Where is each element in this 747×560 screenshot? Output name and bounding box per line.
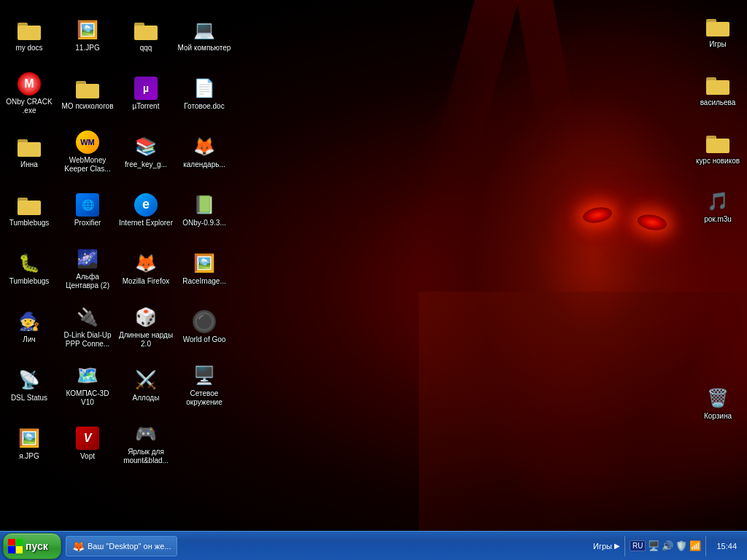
- icon-image-raceimage: 🖼️: [193, 252, 216, 275]
- desktop-icon-proxifier[interactable]: 🌐Proxifier: [58, 181, 117, 239]
- desktop: my docs🖼️11.JPG qqq💻Мой компьютерMONby C…: [0, 0, 747, 531]
- icon-label-my-computer: Мой компьютер: [178, 44, 231, 52]
- taskbar-item-label: Ваш "Desktop" он же...: [88, 542, 171, 551]
- icon-label-inna: Инна: [20, 160, 38, 169]
- icon-label-onby-crack: ONby CRACK .exe: [1, 98, 57, 115]
- icon-image-free-key: 📚: [134, 135, 158, 158]
- icon-image-proxifier: 🌐: [76, 193, 99, 217]
- icon-image-allody: ⚔️: [134, 368, 158, 392]
- icon-label-utorrent: µTorrent: [133, 102, 160, 111]
- icon-label-ya-jpg: я.JPG: [19, 452, 39, 461]
- tray-security-icon: 🛡️: [676, 540, 687, 551]
- icon-image-world-of-goo: ⚫: [193, 310, 216, 333]
- icon-image-kompas: 🗺️: [76, 364, 99, 387]
- icon-image-gotovoe-doc: 📄: [193, 77, 216, 100]
- icon-image-qqq: [134, 18, 158, 42]
- icon-image-igry: [706, 15, 729, 38]
- tray-connection-icon: 📶: [689, 540, 701, 551]
- icon-image-utorrent: µ: [134, 77, 158, 100]
- desktop-icon-tumblebugs2[interactable]: 🐛Tumblebugs: [0, 239, 58, 298]
- desktop-icon-network[interactable]: 🖥️Сетевое окружение: [175, 356, 233, 414]
- tray-volume-icon: 🔊: [662, 540, 673, 551]
- desktop-icon-11-jpg[interactable]: 🖼️11.JPG: [58, 6, 117, 64]
- icon-label-qqq: qqq: [140, 44, 152, 52]
- desktop-icon-korzina[interactable]: 🗑️Корзина: [689, 378, 747, 429]
- icon-image-dsl-status: 📡: [18, 368, 41, 392]
- icon-label-pok-m3u: рок.m3u: [704, 215, 732, 224]
- desktop-icon-kurs[interactable]: курс новиков: [689, 122, 747, 174]
- desktop-icon-gotovoe-doc[interactable]: 📄Готовое.doc: [175, 64, 233, 122]
- icon-image-alfa: 🌌: [76, 247, 99, 271]
- desktop-icon-world-of-goo[interactable]: ⚫World of Goo: [175, 298, 233, 356]
- desktop-icon-ie[interactable]: eInternet Explorer: [117, 181, 175, 239]
- icon-image-11-jpg: 🖼️: [76, 18, 99, 42]
- icon-image-calendar: 🦊: [193, 135, 216, 158]
- tray-arrow-icon[interactable]: ▶: [614, 542, 620, 550]
- desktop-icon-mo-psych[interactable]: МО психологов: [58, 64, 117, 122]
- svg-rect-2: [134, 26, 158, 40]
- desktop-icon-allody[interactable]: ⚔️Аллоды: [117, 356, 175, 414]
- desktop-icon-pok-m3u[interactable]: 🎵рок.m3u: [689, 181, 747, 232]
- desktop-icon-tumblebugs1[interactable]: Tumblebugs: [0, 181, 58, 239]
- svg-rect-5: [76, 81, 86, 85]
- desktop-icon-my-computer[interactable]: 💻Мой компьютер: [175, 6, 233, 64]
- desktop-icon-dsl-status[interactable]: 📡DSL Status: [0, 356, 58, 414]
- icon-label-raceimage: RaceImage...: [182, 277, 225, 286]
- icon-image-onby-crack: M: [18, 72, 41, 96]
- desktop-icon-igry[interactable]: Игры: [689, 6, 747, 57]
- start-button[interactable]: пуск: [3, 533, 61, 559]
- icon-label-kompas: КОМПАС-3D V10: [60, 389, 115, 407]
- icon-image-kurs: [706, 131, 729, 155]
- desktop-icon-kompas[interactable]: 🗺️КОМПАС-3D V10: [58, 356, 117, 414]
- taskbar-active-item[interactable]: 🦊 Ваш "Desktop" он же...: [66, 536, 177, 556]
- svg-rect-12: [706, 80, 729, 95]
- icon-label-shortcut-mount: Ярлык для mount&blad...: [118, 448, 174, 465]
- desktop-icon-firefox[interactable]: 🦊Mozilla Firefox: [117, 239, 175, 298]
- desktop-icon-alfa[interactable]: 🌌Альфа Центавра (2): [58, 239, 117, 298]
- icon-label-mo-psych: МО психологов: [62, 102, 114, 111]
- desktop-icon-utorrent[interactable]: µµTorrent: [117, 64, 175, 122]
- icon-image-lich: 🧙: [18, 310, 41, 333]
- taskbar-items: 🦊 Ваш "Desktop" он же...: [64, 532, 589, 560]
- system-tray: Игры ▶ RU 🖥️ 🔊 🛡️ 📶 15:44: [589, 532, 747, 560]
- desktop-icon-inna[interactable]: Инна: [0, 122, 58, 181]
- icon-label-free-key: free_key_g...: [125, 160, 167, 169]
- svg-rect-14: [706, 139, 729, 153]
- windows-flag-icon: [8, 539, 23, 553]
- desktop-icons-left: my docs🖼️11.JPG qqq💻Мой компьютерMONby C…: [0, 0, 255, 531]
- svg-rect-0: [18, 26, 41, 40]
- desktop-icon-webmoney[interactable]: WMWebMoney Keeper Clas...: [58, 122, 117, 181]
- icon-image-vopt: V: [76, 427, 99, 450]
- svg-rect-4: [76, 84, 99, 98]
- icon-label-proxifier: Proxifier: [74, 219, 101, 228]
- desktop-icon-shortcut-mount[interactable]: 🎮Ярлык для mount&blad...: [117, 414, 175, 472]
- desktop-icon-lich[interactable]: 🧙Лич: [0, 298, 58, 356]
- icon-label-tumblebugs1: Tumblebugs: [9, 219, 50, 228]
- icon-image-network: 🖥️: [193, 364, 216, 387]
- desktop-icon-nardi[interactable]: 🎲Длинные нарды 2.0: [117, 298, 175, 356]
- svg-rect-3: [134, 23, 144, 27]
- tray-lang-display[interactable]: RU: [630, 540, 646, 551]
- desktop-icon-qqq[interactable]: qqq: [117, 6, 175, 64]
- desktop-icon-vasilieva[interactable]: васильева: [689, 64, 747, 115]
- icon-image-vasilieva: [706, 73, 729, 96]
- icon-label-webmoney: WebMoney Keeper Clas...: [60, 156, 115, 174]
- desktop-icon-my-docs[interactable]: my docs: [0, 6, 58, 64]
- desktop-icon-vopt[interactable]: VVopt: [58, 414, 117, 472]
- icon-label-lich: Лич: [23, 335, 35, 344]
- svg-rect-8: [18, 201, 41, 215]
- icon-label-vasilieva: васильева: [700, 98, 736, 107]
- desktop-icon-onby-093[interactable]: 📗ONby-0.9.3...: [175, 181, 233, 239]
- desktop-icon-ya-jpg[interactable]: 🖼️я.JPG: [0, 414, 58, 472]
- desktop-icon-calendar[interactable]: 🦊календарь...: [175, 122, 233, 181]
- icon-label-my-docs: my docs: [15, 44, 42, 52]
- desktop-icon-onby-crack[interactable]: MONby CRACK .exe: [0, 64, 58, 122]
- desktop-icon-dlink[interactable]: 🔌D-Link Dial-Up PPP Conne...: [58, 298, 117, 356]
- icon-image-my-docs: [18, 18, 41, 42]
- icon-image-shortcut-mount: 🎮: [134, 422, 158, 446]
- desktop-icon-free-key[interactable]: 📚free_key_g...: [117, 122, 175, 181]
- icon-label-gotovoe-doc: Готовое.doc: [184, 102, 224, 111]
- icon-label-tumblebugs2: Tumblebugs: [9, 277, 50, 286]
- icon-label-ie: Internet Explorer: [119, 219, 173, 228]
- desktop-icon-raceimage[interactable]: 🖼️RaceImage...: [175, 239, 233, 298]
